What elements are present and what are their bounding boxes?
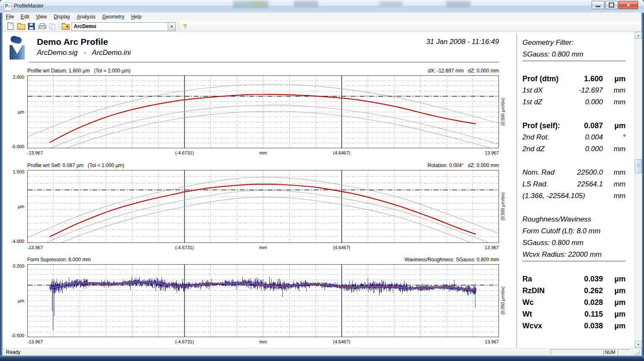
panel-rule (522, 261, 626, 261)
panel-unit: µm (607, 322, 626, 330)
status-segment (618, 349, 630, 356)
menu-geometry[interactable]: Geometry (99, 13, 128, 21)
x-tick-max: 13.967 (465, 339, 499, 345)
combobox-value: ArcDemo (74, 23, 96, 29)
panel-section: Roughness/WavinessForm Cutoff (Lf): 8.0 … (522, 214, 627, 261)
panel-value: 0.038 (584, 322, 603, 330)
help-icon[interactable]: ? (180, 22, 190, 31)
menu-file[interactable]: File (3, 13, 17, 21)
y-div-label-text: (0.050 µm/div) (500, 286, 505, 315)
config-folder-icon[interactable] (61, 22, 70, 31)
panel-label: Roughness/Waviness (522, 215, 591, 224)
y-axis-min-label: -4.000 (3, 238, 24, 244)
minimize-icon (596, 6, 600, 7)
panel-label: RzDIN (522, 286, 545, 295)
print-icon[interactable] (37, 22, 47, 31)
panel-value: 0.028 (584, 298, 603, 307)
panel-unit: mm (607, 86, 626, 95)
panel-label: Geometry Filter: (522, 39, 574, 47)
panel-row: Prof (dtm)1.600µm (522, 73, 627, 85)
panel-label: Wcvx (522, 322, 542, 330)
chart-title-left: Form Supression: 8.000 mm (27, 257, 91, 263)
y-div-label-text: (0.500 µm/div) (500, 98, 505, 126)
close-icon: ✕ (626, 3, 630, 8)
panel-label: Wt (522, 310, 532, 319)
close-button[interactable]: ✕ (618, 1, 638, 9)
document-combobox[interactable]: ArcDemo ▼ (72, 22, 176, 31)
chevron-down-icon[interactable]: ▼ (168, 23, 175, 31)
panel-label: Prof (self): (522, 121, 560, 130)
panel-label: Form Cutoff (Lf): 8.0 mm (522, 227, 600, 235)
y-div-label: (0.500 µm/div) (500, 75, 506, 148)
new-icon[interactable] (6, 22, 15, 31)
y-axis-max-label: 1.500 (3, 169, 24, 175)
x-axis-unit-label: mm (251, 339, 276, 345)
panel-label: LS Rad. (522, 180, 548, 188)
page-subtitle: ArcDemo.sig - ArcDemo.ini (37, 49, 131, 57)
panel-unit: mm (607, 168, 626, 177)
y-axis-min-label: -5.000 (3, 144, 24, 150)
status-message: Ready (6, 349, 21, 355)
header-rule (29, 62, 499, 62)
x-tick-right-marker: (4.6467) (317, 245, 367, 250)
menu-help[interactable]: Help (128, 13, 145, 21)
panel-label: Wcvx Radius: 22000 mm (522, 250, 602, 259)
panel-value: 0.000 (585, 145, 603, 153)
title-bar[interactable]: PM ProfileMaster ✕ (0, 0, 644, 13)
panel-label: Ra (522, 275, 532, 284)
menu-view[interactable]: View (33, 13, 50, 21)
panel-value: -12.697 (579, 86, 603, 95)
y-axis-unit-label: µm (3, 204, 24, 209)
panel-label: 1st dZ (522, 98, 542, 106)
open-icon[interactable] (16, 22, 26, 31)
panel-row: (1.366, -22564.105)mm (522, 190, 627, 202)
chart-grid (28, 265, 499, 337)
resize-grip[interactable] (634, 349, 641, 356)
panel-unit: µm (607, 298, 626, 307)
menu-analysis[interactable]: Analysis (73, 13, 99, 21)
vertical-scrollbar[interactable]: ▲ ▼ (634, 32, 642, 348)
y-axis-unit-label: µm (3, 298, 24, 304)
glass-artifact (379, 1, 402, 7)
chart-title-right: Waviness/Roughness: SGauss: 0.800 mm (314, 257, 499, 263)
chart-title-right: Rotation: 0.004° dZ: 0.000 mm (314, 162, 499, 168)
copy-icon[interactable] (48, 22, 57, 31)
panel-unit: µm (607, 75, 626, 83)
status-segment (551, 349, 602, 356)
toolbar: ArcDemo ▼ ? (3, 21, 641, 32)
x-tick-min: -13.967 (27, 245, 43, 250)
glass-artifact (294, 1, 318, 7)
panel-unit: µm (607, 286, 626, 295)
app-window: PM ProfileMaster ✕ FileEditViewDisplayAn… (0, 0, 644, 361)
toolbar-separator (178, 22, 179, 30)
y-axis-max-label: 0.200 (3, 263, 24, 269)
x-tick-right-marker: (4.6467) (317, 339, 367, 345)
save-icon[interactable] (27, 22, 36, 31)
y-axis-min-label: -0.500 (3, 333, 24, 338)
arrow-up-icon: ▲ (637, 34, 640, 37)
maximize-button[interactable] (605, 1, 618, 9)
panel-unit: mm (607, 98, 626, 106)
panel-value: 0.115 (584, 310, 603, 319)
x-tick-min: -13.967 (27, 150, 43, 156)
maximize-icon (609, 3, 614, 8)
window-title: ProfileMaster (14, 3, 44, 9)
app-icon[interactable]: PM (4, 3, 12, 10)
panel-unit: ° (607, 133, 626, 142)
panel-value: 22564.1 (577, 180, 603, 188)
scrollbar-thumb[interactable] (635, 159, 642, 173)
scroll-up-button[interactable]: ▲ (635, 32, 642, 39)
arrow-down-icon: ▼ (637, 343, 640, 346)
panel-section: Prof (self):0.087µm2nd Rot.0.004°2nd dZ0… (522, 120, 627, 155)
scroll-down-button[interactable]: ▼ (635, 341, 642, 348)
chart-title-left: Profile wrt Self: 0.087 µm (Tol = 1.000 … (27, 162, 125, 168)
status-bar: Ready NUM (3, 348, 641, 356)
chart-grid (28, 170, 499, 242)
menu-display[interactable]: Display (50, 13, 73, 21)
window-border-bottom (0, 356, 644, 361)
minimize-button[interactable] (592, 1, 605, 9)
chart-plot-area (27, 170, 499, 243)
panel-label: 2nd Rot. (522, 133, 549, 142)
menu-edit[interactable]: Edit (17, 13, 33, 21)
panel-row: Wt0.115µm (522, 308, 627, 320)
